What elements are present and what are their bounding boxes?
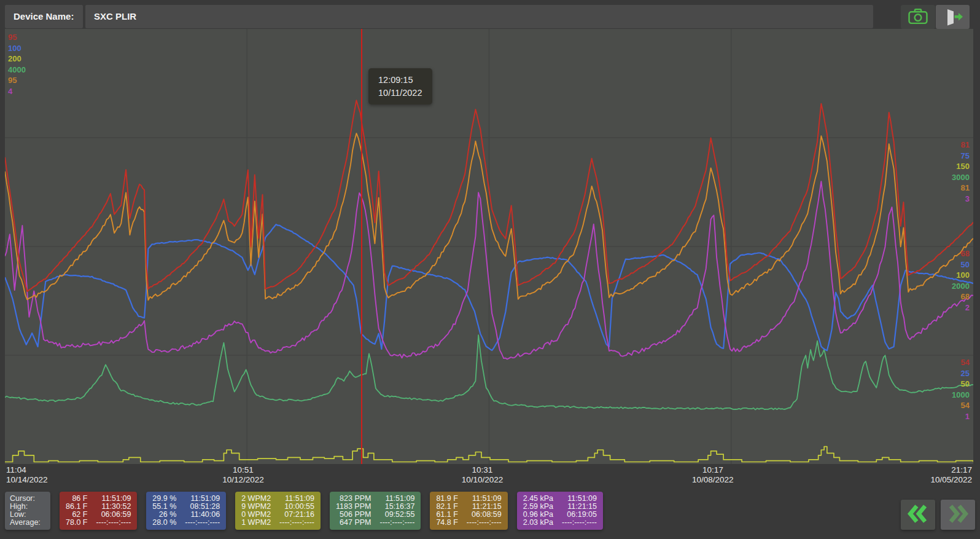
x-axis-label-3: 10:1710/08/2022 <box>692 465 734 484</box>
export-button[interactable] <box>936 5 970 29</box>
screenshot-button[interactable] <box>901 5 935 29</box>
page-back-button[interactable] <box>901 500 935 530</box>
legend-row-labels: Cursor:High:Low:Average: <box>5 492 50 530</box>
double-chevron-right-icon <box>945 503 971 527</box>
x-axis-time: 10:31 <box>462 465 504 475</box>
x-axis-label-2: 10:3110/10/2022 <box>462 465 504 484</box>
camera-icon <box>907 7 929 28</box>
stat-time: ----:----:---- <box>279 519 314 527</box>
x-axis-label-4: 21:1710/05/2022 <box>930 465 972 484</box>
x-axis-date: 10/10/2022 <box>462 475 504 485</box>
stat-value: 1 WPM2 <box>241 519 271 527</box>
chart-area[interactable]: 12:09:15 10/11/2022 95100200400095481751… <box>5 29 973 464</box>
x-axis-time: 11:04 <box>6 465 48 475</box>
x-axis: 11:0410/14/202210:5110/12/202210:3110/10… <box>5 465 973 486</box>
x-axis-time: 10:51 <box>222 465 264 475</box>
x-axis-date: 10/14/2022 <box>6 475 48 485</box>
cursor-date: 10/11/2022 <box>378 87 422 100</box>
stat-time: ----:----:---- <box>467 519 502 527</box>
legend-stats-humidity-blue: 29.9 %11:51:0955.1 %08:51:2826 %11:40:06… <box>146 492 226 530</box>
x-axis-date: 10/05/2022 <box>930 475 972 485</box>
chart-cursor-line[interactable] <box>361 29 362 464</box>
stat-value: 28.0 % <box>152 519 176 527</box>
cursor-tooltip: 12:09:15 10/11/2022 <box>368 68 432 104</box>
x-axis-time: 10:17 <box>692 465 734 475</box>
stat-time: ----:----:---- <box>379 519 414 527</box>
cursor-time: 12:09:15 <box>378 74 422 87</box>
stat-value: 74.8 F <box>436 519 457 527</box>
legend-stats-ppm-green: 823 PPM11:51:091183 PPM15:16:37506 PPM09… <box>330 492 421 530</box>
x-axis-date: 10/12/2022 <box>222 475 264 485</box>
legend-row-label: Average: <box>10 519 45 527</box>
x-axis-date: 10/08/2022 <box>692 475 734 485</box>
stat-time: ----:----:---- <box>96 519 131 527</box>
app-root: Device Name: SXC PLIR 12:09:15 10/11/202… <box>0 0 980 539</box>
double-chevron-left-icon <box>905 503 931 527</box>
page-forward-button[interactable] <box>941 500 975 530</box>
legend-stats-temp-orange: 81.9 F11:51:0982.1 F11:21:1561.1 F06:08:… <box>430 492 507 530</box>
stat-value: 78.0 F <box>66 519 87 527</box>
device-name-label: Device Name: <box>5 5 83 28</box>
legend-strip: Cursor:High:Low:Average: 86 F11:51:0986.… <box>5 492 603 530</box>
legend-stats-pressure-purple: 2.45 kPa11:51:092.59 kPa11:21:150.96 kPa… <box>517 492 603 530</box>
x-axis-label-1: 10:5110/12/2022 <box>222 465 264 484</box>
device-name-value[interactable]: SXC PLIR <box>85 5 873 28</box>
chart-series-plot <box>5 29 973 464</box>
legend-stats-temp-red: 86 F11:51:0986.1 F11:30:5262 F06:06:5978… <box>60 492 137 530</box>
x-axis-label-0: 11:0410/14/2022 <box>6 465 48 484</box>
stat-value: 647 PPM <box>336 519 371 527</box>
export-arrow-icon <box>942 7 964 28</box>
x-axis-time: 21:17 <box>930 465 972 475</box>
legend-stats-wpm2-yellow: 2 WPM211:51:099 WPM210:00:550 WPM207:21:… <box>235 492 321 530</box>
stat-time: ----:----:---- <box>185 519 220 527</box>
stat-time: ----:----:---- <box>562 519 597 527</box>
stat-value: 2.03 kPa <box>523 519 553 527</box>
